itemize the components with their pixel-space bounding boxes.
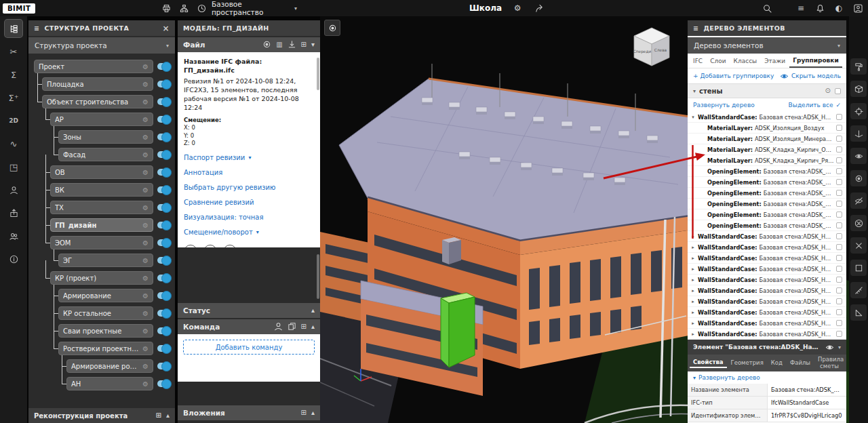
- row-checkbox[interactable]: [836, 146, 842, 153]
- structure-item-4[interactable]: Зоны⚙: [58, 130, 153, 144]
- tool-hide-element[interactable]: [850, 193, 867, 209]
- expand-tree-link[interactable]: ▾ Развернуть дерево: [693, 374, 760, 381]
- file-link-3[interactable]: Сравнение ревизий: [184, 198, 314, 207]
- tree-row-3[interactable]: MaterialLayer:ADSK_Кладка_Кирпич_Облицов…: [688, 144, 846, 155]
- collapse-icon[interactable]: ▴: [311, 409, 315, 416]
- row-checkbox[interactable]: [836, 233, 842, 239]
- detail-tab-Правила сметы[interactable]: Правила сметы: [814, 355, 844, 371]
- row-checkbox[interactable]: [836, 114, 842, 120]
- tree-row-20[interactable]: ▸WallStandardCase:Базовая стена:ADSK_Нар…: [688, 329, 846, 340]
- tree-row-16[interactable]: ▸WallStandardCase:Базовая стена:ADSK_Нар…: [688, 285, 846, 296]
- profile-button[interactable]: [852, 2, 864, 14]
- row-checkbox[interactable]: [836, 136, 842, 142]
- tree-row-15[interactable]: ▸WallStandardCase:Базовая стена:ADSK_Нар…: [688, 275, 846, 285]
- row-checkbox[interactable]: [836, 298, 842, 304]
- tree-row-1[interactable]: MaterialLayer:ADSK_Изоляция_Воздух: [688, 123, 846, 134]
- tree-row-17[interactable]: ▸WallStandardCase:Базовая стена:ADSK_Нар…: [688, 296, 846, 307]
- app-logo[interactable]: BIMIT: [3, 3, 35, 14]
- tree-row-9[interactable]: OpeningElement:Базовая стена:ADSK_Наружн…: [688, 209, 846, 220]
- tool-project-structure[interactable]: [5, 20, 22, 37]
- tab-Этажи[interactable]: Этажи: [761, 55, 789, 67]
- add-icon[interactable]: ⊞: [301, 41, 307, 48]
- tab-Группировки[interactable]: Группировки: [789, 54, 842, 68]
- tree-caret-icon[interactable]: ▾: [690, 115, 696, 120]
- row-checkbox[interactable]: [836, 157, 842, 163]
- expand-tree-link[interactable]: Развернуть дерево: [693, 102, 755, 108]
- row-checkbox[interactable]: [836, 320, 842, 326]
- tree-row-14[interactable]: ▸WallStandardCase:Базовая стена:ADSK_Нар…: [688, 264, 846, 275]
- visibility-toggle[interactable]: [157, 204, 171, 211]
- chevron-down-icon[interactable]: ▾: [311, 41, 315, 48]
- visibility-toggle[interactable]: [157, 275, 171, 281]
- visibility-toggle[interactable]: [157, 310, 171, 317]
- add-icon[interactable]: ⊞: [301, 409, 307, 416]
- structure-item-18[interactable]: АН⚙: [66, 377, 153, 390]
- row-checkbox[interactable]: [836, 168, 842, 174]
- tree-caret-icon[interactable]: ▸: [690, 245, 696, 250]
- tree-row-19[interactable]: ▸WallStandardCase:Базовая стена:ADSK_Нар…: [688, 318, 846, 329]
- row-checkbox[interactable]: [836, 287, 842, 294]
- tree-row-12[interactable]: ▸WallStandardCase:Базовая стена:ADSK_Нар…: [688, 242, 846, 253]
- row-checkbox[interactable]: [836, 201, 842, 207]
- tool-angle-measure[interactable]: [850, 304, 867, 321]
- detail-tab-Файлы[interactable]: Файлы: [787, 359, 814, 368]
- add-grouping-link[interactable]: + Добавить группировку: [693, 73, 774, 79]
- tool-info[interactable]: [5, 250, 22, 268]
- tree-caret-icon[interactable]: ▸: [690, 321, 696, 326]
- workspace-tree-button[interactable]: [178, 2, 190, 14]
- structure-item-12[interactable]: КР (проект)⚙: [50, 271, 153, 285]
- tree-caret-icon[interactable]: ▸: [690, 234, 696, 239]
- tab-IFC[interactable]: IFC: [690, 55, 706, 67]
- tool-clip-plane[interactable]: ✂: [5, 43, 22, 60]
- structure-item-16[interactable]: Ростверки проектные⚙: [58, 342, 153, 355]
- visibility-toggle[interactable]: [157, 327, 171, 334]
- tool-paint-roller[interactable]: [850, 58, 867, 75]
- screenshot-button[interactable]: [324, 20, 340, 36]
- structure-item-6[interactable]: ОВ⚙: [50, 165, 153, 179]
- tree-caret-icon[interactable]: ▸: [690, 288, 696, 294]
- tool-plugins[interactable]: ◳: [5, 158, 22, 176]
- structure-dropdown[interactable]: Структура проекта ▾: [28, 37, 175, 54]
- scrollbar[interactable]: [317, 58, 319, 90]
- tool-user[interactable]: [5, 181, 22, 199]
- row-checkbox[interactable]: [836, 255, 842, 261]
- focus-icon[interactable]: ⊙: [825, 87, 831, 94]
- row-checkbox[interactable]: [836, 244, 842, 250]
- tool-crosshair[interactable]: [850, 103, 867, 119]
- visibility-toggle[interactable]: [157, 239, 171, 246]
- visibility-toggle[interactable]: [157, 186, 171, 193]
- eye-icon[interactable]: [825, 343, 834, 352]
- tool-section-cube[interactable]: [850, 81, 867, 97]
- tree-caret-icon[interactable]: ▸: [690, 331, 696, 337]
- visibility-toggle[interactable]: [157, 292, 171, 299]
- scrollbar[interactable]: [317, 254, 319, 299]
- project-settings-button[interactable]: ⚙: [511, 2, 524, 14]
- structure-item-13[interactable]: Армирование⚙: [58, 289, 153, 302]
- file-link-1[interactable]: Аннотация: [184, 168, 314, 178]
- copy-button[interactable]: [288, 322, 296, 332]
- archive-button[interactable]: [160, 2, 172, 14]
- tree-row-18[interactable]: ▸WallStandardCase:Базовая стена:ADSK_Нар…: [688, 307, 846, 318]
- detail-tab-Код[interactable]: Код: [768, 359, 786, 368]
- selected-element-header[interactable]: Элемент "Базовая стена:ADSK_Наружная..."…: [688, 340, 846, 355]
- visibility-toggle[interactable]: [157, 116, 171, 123]
- collapse-icon[interactable]: ▴: [311, 323, 315, 330]
- structure-item-15[interactable]: Сваи проектные⚙: [58, 324, 153, 338]
- download-button[interactable]: [288, 40, 296, 50]
- row-checkbox[interactable]: [836, 179, 842, 185]
- columns-icon[interactable]: ▥: [276, 41, 282, 48]
- row-checkbox[interactable]: [836, 222, 842, 228]
- tree-row-10[interactable]: OpeningElement:Базовая стена:ADSK_Наружн…: [688, 220, 846, 231]
- tree-row-6[interactable]: OpeningElement:Базовая стена:ADSK_Наружн…: [688, 177, 846, 188]
- visibility-toggle[interactable]: [157, 363, 171, 369]
- tool-charts[interactable]: ∿: [5, 135, 22, 153]
- tree-row-4[interactable]: MaterialLayer:ADSK_Кладка_Кирпич_Рядовой…: [688, 155, 846, 166]
- collapse-icon[interactable]: ▴: [166, 412, 170, 419]
- row-checkbox[interactable]: [836, 266, 842, 272]
- tree-row-11[interactable]: ▸WallStandardCase:Базовая стена:ADSK_Нар…: [688, 231, 846, 242]
- tree-caret-icon[interactable]: ▸: [690, 310, 696, 315]
- tree-caret-icon[interactable]: ▸: [690, 266, 696, 272]
- structure-item-2[interactable]: Объект строительства⚙: [42, 95, 153, 108]
- tool-mode-2d[interactable]: 2D: [5, 112, 22, 129]
- row-checkbox[interactable]: [836, 190, 842, 196]
